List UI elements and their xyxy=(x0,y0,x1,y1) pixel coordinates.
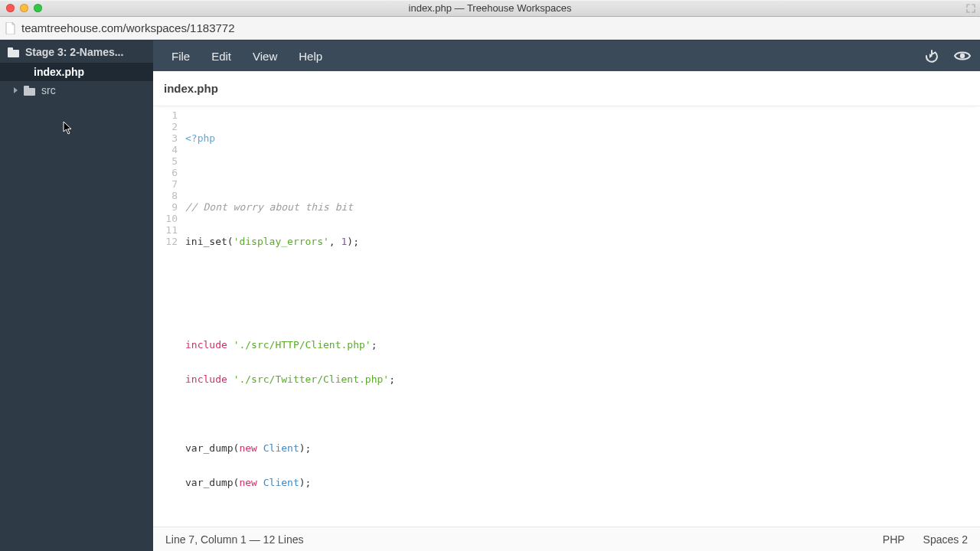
preview-icon[interactable] xyxy=(954,47,971,64)
status-spaces[interactable]: Spaces 2 xyxy=(923,533,968,546)
file-tree-item-index[interactable]: index.php xyxy=(0,63,153,81)
svg-point-0 xyxy=(960,54,965,58)
folder-icon xyxy=(24,86,35,96)
tab-bar: index.php xyxy=(153,71,980,106)
status-bar: Line 7, Column 1 — 12 Lines PHP Spaces 2 xyxy=(153,527,980,551)
folder-icon xyxy=(8,47,19,57)
tab-index[interactable]: index.php xyxy=(164,74,218,103)
window-title: index.php — Treehouse Workspaces xyxy=(0,2,980,14)
file-tree-sidebar: Stage 3: 2-Names... index.php src xyxy=(0,41,153,551)
app-shell: Stage 3: 2-Names... index.php src File E… xyxy=(0,40,980,551)
close-icon[interactable] xyxy=(6,4,15,12)
chevron-right-icon xyxy=(14,87,18,93)
file-tree-item-src[interactable]: src xyxy=(0,81,153,99)
status-position: Line 7, Column 1 — 12 Lines xyxy=(165,533,304,546)
address-bar: teamtreehouse.com/workspaces/1183772 xyxy=(0,17,980,40)
menubar: File Edit View Help xyxy=(153,41,980,71)
menu-file[interactable]: File xyxy=(162,45,199,67)
traffic-lights xyxy=(6,4,42,12)
editor-pane: File Edit View Help index.php 1 2 3 4 5 … xyxy=(153,41,980,551)
url-text[interactable]: teamtreehouse.com/workspaces/1183772 xyxy=(21,21,235,34)
menu-edit[interactable]: Edit xyxy=(202,45,240,67)
fullscreen-icon[interactable] xyxy=(966,4,975,13)
run-icon[interactable] xyxy=(923,47,940,64)
menu-view[interactable]: View xyxy=(243,45,286,67)
minimize-icon[interactable] xyxy=(20,4,28,12)
code-editor[interactable]: 1 2 3 4 5 6 7 8 9 10 11 12 <?php // Dont… xyxy=(153,106,980,527)
project-root[interactable]: Stage 3: 2-Names... xyxy=(0,41,153,63)
file-label: index.php xyxy=(34,66,84,78)
page-icon xyxy=(5,22,17,34)
code-content[interactable]: <?php // Dont worry about this bit ini_s… xyxy=(185,109,980,527)
line-gutter: 1 2 3 4 5 6 7 8 9 10 11 12 xyxy=(153,109,185,527)
menu-help[interactable]: Help xyxy=(289,45,332,67)
status-language[interactable]: PHP xyxy=(883,533,905,546)
folder-label: src xyxy=(41,84,56,96)
window-titlebar: index.php — Treehouse Workspaces xyxy=(0,0,980,17)
project-label: Stage 3: 2-Names... xyxy=(25,46,123,58)
zoom-icon[interactable] xyxy=(34,4,42,12)
